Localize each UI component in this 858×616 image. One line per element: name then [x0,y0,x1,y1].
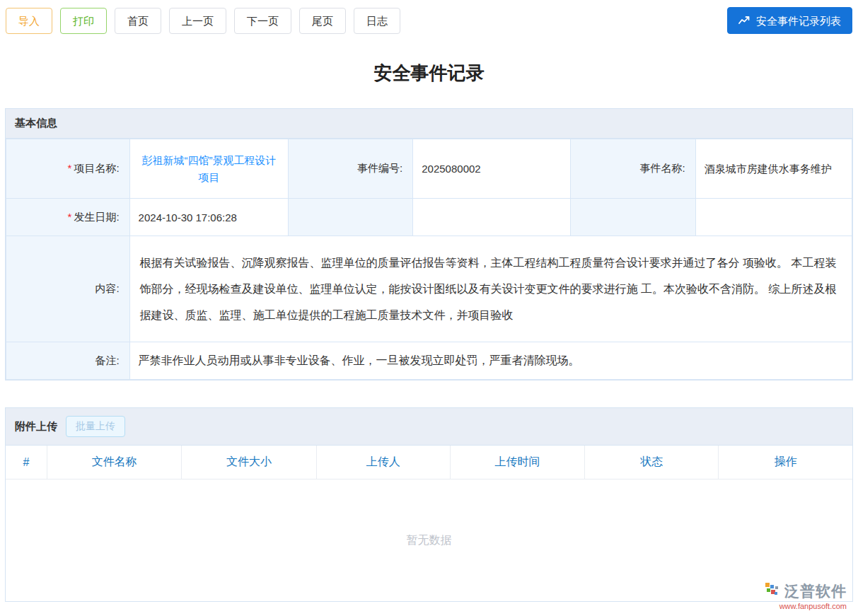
col-file-size: 文件大小 [182,446,316,480]
record-list-button[interactable]: 安全事件记录列表 [727,7,852,34]
record-list-button-label: 安全事件记录列表 [756,8,841,33]
col-file-name: 文件名称 [47,446,182,480]
required-asterisk: * [68,162,72,174]
col-status: 状态 [585,446,719,480]
print-button[interactable]: 打印 [60,8,107,34]
table-row: 内容: 根据有关试验报告、沉降观察报告、监理单位的质量评估报告等资料，主体工程结… [6,236,852,342]
attachments-table: # 文件名称 文件大小 上传人 上传时间 状态 操作 [6,446,852,480]
last-page-button[interactable]: 尾页 [299,8,346,34]
content-value-cell: 根据有关试验报告、沉降观察报告、监理单位的质量评估报告等资料，主体工程结构工程质… [129,236,852,342]
page: 导入 打印 首页 上一页 下一页 尾页 日志 安全事件记录列表 安全事件记录 基… [0,0,858,616]
project-name-label-cell: *项目名称: [6,139,130,199]
event-no-value: 2025080002 [422,163,480,175]
table-row: *发生日期: 2024-10-30 17:06:28 [6,199,852,236]
attachments-header-row: # 文件名称 文件大小 上传人 上传时间 状态 操作 [6,446,852,480]
remark-value-cell: 严禁非作业人员动用或从事非专业设备、作业，一旦被发现立即处罚，严重者清除现场。 [129,342,852,380]
empty-state: 暂无数据 [6,480,852,601]
remark-label: 备注: [95,354,119,366]
col-index: # [6,446,47,480]
basic-info-section: 基本信息 *项目名称: 彭祖新城“四馆”景观工程设计项目 事件编号: [5,108,853,380]
watermark-url: www.fanpusoft.com [765,602,847,610]
col-upload-time: 上传时间 [450,446,584,480]
col-uploader: 上传人 [316,446,450,480]
content-value: 根据有关试验报告、沉降观察报告、监理单位的质量评估报告等资料，主体工程结构工程质… [140,257,837,321]
batch-upload-button[interactable]: 批量上传 [66,416,125,437]
event-name-value: 酒泉城市房建供水事务维护 [705,163,832,175]
remark-label-cell: 备注: [6,342,130,380]
first-page-button[interactable]: 首页 [115,8,161,34]
col-actions: 操作 [719,446,852,480]
trend-line-icon [738,16,750,25]
required-asterisk: * [68,211,72,223]
table-row: *项目名称: 彭祖新城“四馆”景观工程设计项目 事件编号: 2025080002… [6,139,852,199]
attachments-title: 附件上传 [15,420,57,434]
project-link[interactable]: 彭祖新城“四馆”景观工程设计项目 [139,152,280,185]
date-label-cell: *发生日期: [6,199,130,236]
next-page-button[interactable]: 下一页 [234,8,291,34]
date-value-cell: 2024-10-30 17:06:28 [129,199,289,236]
toolbar: 导入 打印 首页 上一页 下一页 尾页 日志 安全事件记录列表 [5,6,853,34]
date-label: 发生日期: [74,211,119,223]
event-name-label-cell: 事件名称: [570,139,695,199]
table-row: 备注: 严禁非作业人员动用或从事非专业设备、作业，一旦被发现立即处罚，严重者清除… [6,342,852,380]
remark-value: 严禁非作业人员动用或从事非专业设备、作业，一旦被发现立即处罚，严重者清除现场。 [139,354,580,366]
fanpu-logo-icon [765,582,780,600]
date-value: 2024-10-30 17:06:28 [139,211,237,223]
basic-info-header: 基本信息 [6,109,852,139]
content-label-cell: 内容: [6,236,130,342]
basic-info-table: *项目名称: 彭祖新城“四馆”景观工程设计项目 事件编号: 2025080002… [6,139,852,380]
prev-page-button[interactable]: 上一页 [169,8,226,34]
content-label: 内容: [95,282,119,294]
empty-state-text: 暂无数据 [407,533,452,548]
watermark-brand: 泛普软件 [784,581,847,601]
empty-value-cell [695,199,852,236]
project-name-label: 项目名称: [74,162,119,174]
event-name-value-cell: 酒泉城市房建供水事务维护 [695,139,852,199]
empty-label-cell [289,199,413,236]
watermark: 泛普软件 www.fanpusoft.com [765,581,847,610]
attachments-section: 附件上传 批量上传 # 文件名称 文件大小 上传人 上传时间 状态 操作 [5,407,853,602]
empty-value-cell [413,199,570,236]
event-no-value-cell: 2025080002 [413,139,570,199]
page-title: 安全事件记录 [5,61,853,86]
log-button[interactable]: 日志 [354,8,400,34]
event-name-label: 事件名称: [640,162,685,174]
import-button[interactable]: 导入 [6,8,52,34]
empty-label-cell [570,199,695,236]
attachments-header: 附件上传 批量上传 [6,408,852,446]
project-name-value-cell: 彭祖新城“四馆”景观工程设计项目 [129,139,289,199]
basic-info-title: 基本信息 [15,117,57,130]
event-no-label-cell: 事件编号: [289,139,413,199]
event-no-label: 事件编号: [357,162,402,174]
